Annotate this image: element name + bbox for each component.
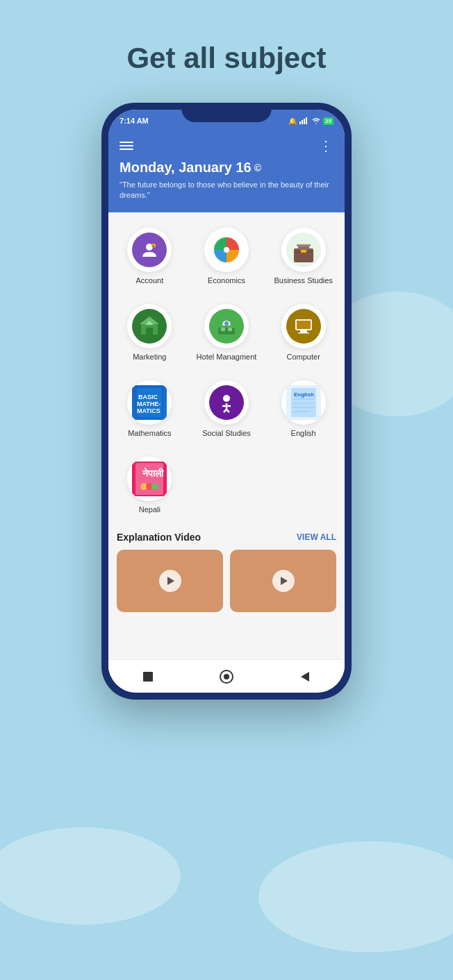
app-header: ⋮ Monday, January 16 © "The future belon…: [108, 132, 345, 212]
svg-rect-1: [302, 120, 303, 124]
svg-point-8: [224, 247, 229, 253]
social-icon: [209, 385, 244, 420]
economics-icon-wrapper: [204, 228, 249, 272]
video-section-header: Explanation Video VIEW ALL: [117, 532, 336, 543]
bg-decoration-bottom-right: [258, 841, 453, 952]
social-icon-wrapper: [204, 380, 249, 425]
svg-point-17: [224, 321, 229, 326]
bottom-navigation: [108, 659, 345, 693]
page-title: Get all subject: [0, 0, 453, 75]
svg-rect-2: [304, 119, 305, 124]
play-triangle-2: [281, 577, 288, 585]
nav-back-button[interactable]: [138, 667, 158, 686]
nav-back-arrow-button[interactable]: [295, 667, 315, 686]
marketing-label: Marketing: [133, 353, 166, 361]
svg-rect-3: [306, 117, 307, 124]
social-label: Social Studies: [202, 429, 251, 437]
phone-frame: 7:14 AM 🔔: [101, 103, 352, 700]
video-section-title: Explanation Video: [117, 532, 201, 543]
phone-notch: [181, 103, 272, 122]
nepali-label: Nepali: [139, 505, 160, 514]
svg-rect-13: [297, 244, 311, 246]
play-button-2[interactable]: [272, 570, 295, 592]
svg-rect-19: [228, 328, 232, 331]
business-icon: [286, 233, 321, 267]
more-options-button[interactable]: ⋮: [319, 137, 333, 154]
signal-icon: [299, 117, 309, 124]
view-all-button[interactable]: VIEW ALL: [297, 532, 336, 542]
english-icon-wrapper: English: [281, 380, 326, 425]
english-icon: English: [286, 385, 321, 420]
business-icon-wrapper: [281, 228, 326, 272]
battery-badge: 25: [323, 117, 333, 125]
computer-icon-wrapper: [281, 304, 326, 348]
svg-text:English: English: [294, 391, 314, 398]
subject-english[interactable]: English English: [267, 373, 339, 444]
subject-nepali[interactable]: नेपाली Nepali: [114, 450, 186, 521]
nav-square-icon: [143, 672, 153, 682]
svg-point-29: [223, 395, 230, 402]
svg-rect-23: [298, 332, 309, 334]
svg-text:नेपाली: नेपाली: [142, 467, 164, 479]
svg-rect-12: [301, 250, 306, 253]
status-time: 7:14 AM: [120, 117, 149, 125]
hamburger-menu-button[interactable]: [120, 142, 133, 150]
marketing-icon: [132, 309, 167, 344]
alarm-icon: 🔔: [288, 117, 297, 125]
hotel-icon-wrapper: [204, 304, 249, 348]
subject-marketing[interactable]: Marketing: [114, 297, 186, 368]
nepali-icon-wrapper: नेपाली: [127, 457, 172, 501]
svg-rect-18: [221, 328, 225, 331]
svg-text:MATICS: MATICS: [137, 407, 160, 414]
marketing-icon-wrapper: [127, 304, 172, 348]
video-cards-row: [117, 550, 336, 612]
nav-home-circle: [220, 670, 233, 684]
video-card-1[interactable]: [117, 550, 223, 612]
hotel-label: Hotel Managment: [197, 353, 257, 361]
svg-rect-22: [300, 330, 307, 332]
nav-home-circle-inner: [224, 674, 229, 679]
computer-label: Computer: [287, 353, 320, 361]
math-icon: BASIC MATHE- MATICS: [132, 385, 167, 420]
header-top-row: ⋮: [120, 137, 333, 154]
account-label: Account: [135, 276, 163, 285]
subject-account[interactable]: $ Account: [114, 221, 186, 292]
account-icon: $: [132, 233, 167, 267]
svg-text:BASIC: BASIC: [138, 394, 158, 400]
subject-hotel[interactable]: Hotel Managment: [191, 297, 263, 368]
mathematics-label: Mathematics: [128, 429, 171, 437]
svg-rect-0: [299, 121, 301, 124]
header-date: Monday, January 16 ©: [120, 160, 333, 176]
svg-rect-14: [146, 328, 153, 335]
nav-back-triangle: [301, 672, 309, 682]
business-label: Business Studies: [274, 276, 332, 285]
mathematics-icon-wrapper: BASIC MATHE- MATICS: [127, 380, 172, 425]
date-icon: ©: [254, 162, 261, 174]
subject-computer[interactable]: Computer: [267, 297, 339, 368]
hotel-icon: [209, 309, 244, 344]
content-area: $ Account: [108, 212, 345, 677]
video-card-2[interactable]: [230, 550, 336, 612]
economics-label: Economics: [208, 276, 245, 285]
bg-decoration-bottom-left: [0, 827, 181, 924]
economics-icon: [209, 233, 244, 267]
phone-screen: 7:14 AM 🔔: [108, 110, 345, 693]
play-triangle-1: [167, 577, 174, 585]
wifi-icon: [312, 117, 320, 124]
subject-social[interactable]: Social Studies: [191, 373, 263, 444]
account-icon-wrapper: $: [127, 228, 172, 272]
svg-point-42: [151, 483, 158, 490]
subjects-grid: $ Account: [114, 221, 339, 521]
play-button-1[interactable]: [159, 570, 181, 592]
subject-mathematics[interactable]: BASIC MATHE- MATICS Mathematics: [114, 373, 186, 444]
svg-rect-16: [218, 328, 235, 335]
svg-rect-21: [297, 321, 311, 329]
nav-home-button[interactable]: [217, 667, 236, 686]
nepali-icon: नेपाली: [132, 462, 167, 496]
subject-business[interactable]: Business Studies: [267, 221, 339, 292]
status-icons: 🔔 25: [288, 117, 333, 125]
subject-economics[interactable]: Economics: [191, 221, 263, 292]
svg-text:MATHE-: MATHE-: [137, 400, 160, 407]
video-section: Explanation Video VIEW ALL: [114, 532, 339, 612]
english-label: English: [291, 429, 316, 437]
